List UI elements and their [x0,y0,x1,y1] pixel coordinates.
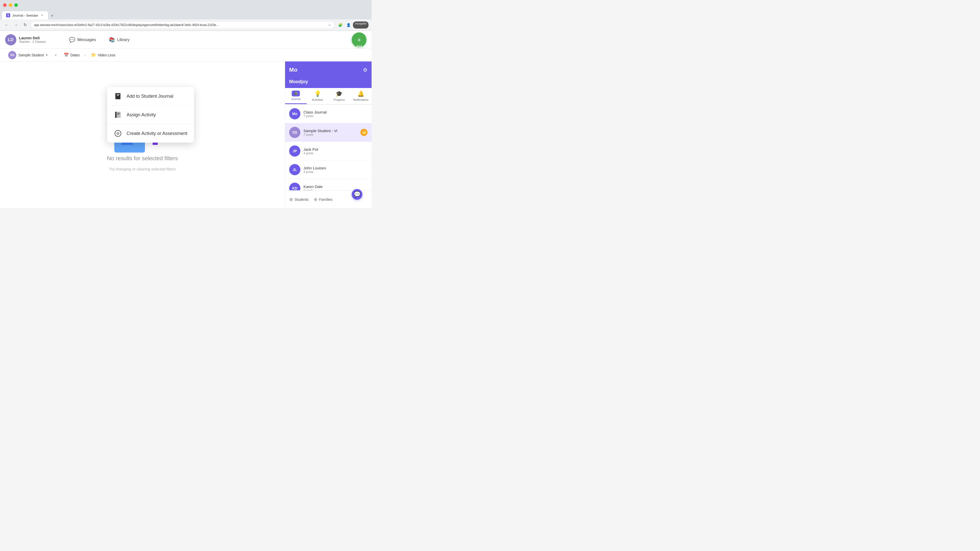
greeting-full: Moodjoy [289,79,308,84]
chat-fab-button[interactable]: 💬 [352,189,363,200]
svg-rect-1 [116,93,121,99]
tab-notifications[interactable]: 🔔 Notifications [350,88,372,104]
chat-icon: 💬 [354,191,361,198]
address-text: app.seesaw.me/#/class/class.e01bf4c2-9a2… [34,23,326,27]
bookmark-icon: ☆ [328,23,331,27]
dropdown-item-create-activity[interactable]: Create Activity or Assessment [107,124,194,143]
messages-label: Messages [77,38,96,42]
notifications-icon: 🔔 [357,91,364,97]
browser-tabs: S Journal - Seesaw × + [0,10,372,19]
browser-chrome: S Journal - Seesaw × + ← → ↻ app.seesaw.… [0,0,372,31]
sidebar-footer: ⊕ Students ⊕ Families 💬 [285,190,372,208]
chevron-down-icon: ▾ [46,53,48,57]
content-area: No results for selected filters Try chan… [0,62,285,208]
families-footer-label: Families [319,197,332,202]
folder-name: Video Less [98,53,115,57]
extensions-button[interactable]: 🧩 [337,21,344,29]
gear-icon[interactable]: ⚙ [363,67,368,73]
students-footer-btn[interactable]: ⊕ Students [289,197,309,202]
svg-rect-8 [118,114,119,114]
journal-icon: 📓 [292,91,300,97]
header-nav: 💬 Messages 📚 Library [61,35,347,44]
back-button[interactable]: ← [3,21,10,29]
assign-activity-label: Assign Activity [127,112,156,118]
student-item-john[interactable]: JL John Louises 4 posts [285,160,372,179]
tab-favicon: S [6,13,10,17]
student-name-karen: Karen Dale [304,184,368,189]
student-posts-jack: 4 posts [304,151,368,155]
sidebar-header: Mo ⚙ [285,62,372,78]
folder-icon: 📁 [91,52,96,57]
students-footer-label: Students [294,197,309,202]
student-avatar-sample: SS [289,127,301,138]
maximize-btn[interactable] [14,3,18,7]
library-icon: 📚 [109,37,115,43]
tab-title: Journal - Seesaw [12,14,38,17]
add-journal-label: Add to Student Journal [127,94,173,99]
forward-button[interactable]: → [12,21,19,29]
add-button[interactable]: + Add [352,32,366,47]
avatar-initials: LD [8,38,13,42]
student-item-sample[interactable]: SS Sample Student - Vi 7 posts 📁 [285,123,372,142]
dropdown-item-assign-activity[interactable]: Assign Activity [107,106,194,124]
profile-button[interactable]: 👤 [345,21,352,29]
create-activity-icon [113,129,123,138]
student-avatar-jack: JP [289,145,301,157]
tab-close-button[interactable]: × [40,13,44,17]
svg-rect-2 [117,94,119,95]
dropdown-item-add-journal[interactable]: Add to Student Journal [107,87,194,106]
student-info-john: John Louises 4 posts [304,166,368,174]
messages-nav-item[interactable]: 💬 Messages [66,35,99,44]
journal-tab-label: Journal [291,97,301,100]
tab-progress[interactable]: 🎓 Progress [328,88,350,104]
user-details: Lauren Deli Teacher · 2 Classes [19,36,46,44]
tab-journal[interactable]: 📓 Journal [285,88,307,104]
student-item-jack[interactable]: JP Jack Pot 4 posts [285,142,372,160]
dropdown-menu: Add to Student Journal Assign Activity [107,87,194,143]
window-controls [3,3,18,7]
add-families-icon: ⊕ [313,197,318,202]
browser-nav: ← → ↻ app.seesaw.me/#/class/class.e01bf4… [0,19,372,30]
active-tab[interactable]: S Journal - Seesaw × [2,11,48,19]
sidebar-tabs: 📓 Journal 💡 Activities 🎓 Progress 🔔 Noti… [285,88,372,105]
folder-button[interactable]: 📁 Video Less [89,51,118,59]
student-name-john: John Louises [304,166,368,170]
svg-rect-0 [115,93,116,99]
sub-header: SS Sample Student ▾ ‹ 📅 Dates › 📁 Video … [0,49,372,62]
student-name-jack: Jack Pot [304,147,368,151]
nav-prev-icon[interactable]: ‹ [53,51,59,59]
student-name-label: Sample Student [18,53,44,57]
calendar-icon: 📅 [64,52,69,57]
new-tab-button[interactable]: + [48,12,56,19]
activities-icon: 💡 [314,91,321,97]
close-btn[interactable] [3,3,6,7]
refresh-button[interactable]: ↻ [21,21,29,29]
student-item-karen[interactable]: KD Karen Dale 3 posts [285,179,372,190]
right-sidebar: Mo ⚙ Moodjoy 📓 Journal 💡 Activities 🎓 Pr [285,62,372,208]
address-bar[interactable]: app.seesaw.me/#/class/class.e01bf4c2-9a2… [30,21,334,29]
user-info: LD Lauren Deli Teacher · 2 Classes [5,34,56,45]
library-nav-item[interactable]: 📚 Library [106,35,132,44]
create-activity-label: Create Activity or Assessment [127,131,187,136]
sidebar-greeting: Moodjoy [285,78,372,88]
student-info-sample: Sample Student - Vi 7 posts [304,129,357,137]
user-role: Teacher · 2 Classes [19,40,46,44]
class-initials: Mo [292,112,298,116]
library-label: Library [117,38,130,42]
student-selector[interactable]: SS Sample Student ▾ [5,49,51,61]
book-journal-icon [113,92,123,101]
breadcrumb-separator: › [85,53,86,57]
nav-icons: 🧩 👤 Incognito [337,21,369,29]
class-info: Class Journal 7 posts [304,110,368,118]
main-area: No results for selected filters Try chan… [0,62,372,208]
minimize-btn[interactable] [9,3,12,7]
browser-titlebar [0,0,372,10]
add-students-icon: ⊕ [289,197,293,202]
class-journal-item[interactable]: Mo Class Journal 7 posts [285,105,372,123]
families-footer-btn[interactable]: ⊕ Families [313,197,332,202]
empty-state: No results for selected filters Try chan… [107,155,178,171]
dates-button[interactable]: 📅 Dates [61,51,83,59]
tab-activities[interactable]: 💡 Activities [307,88,328,104]
student-posts-sample: 7 posts [304,133,357,137]
student-avatar: SS [8,51,16,59]
